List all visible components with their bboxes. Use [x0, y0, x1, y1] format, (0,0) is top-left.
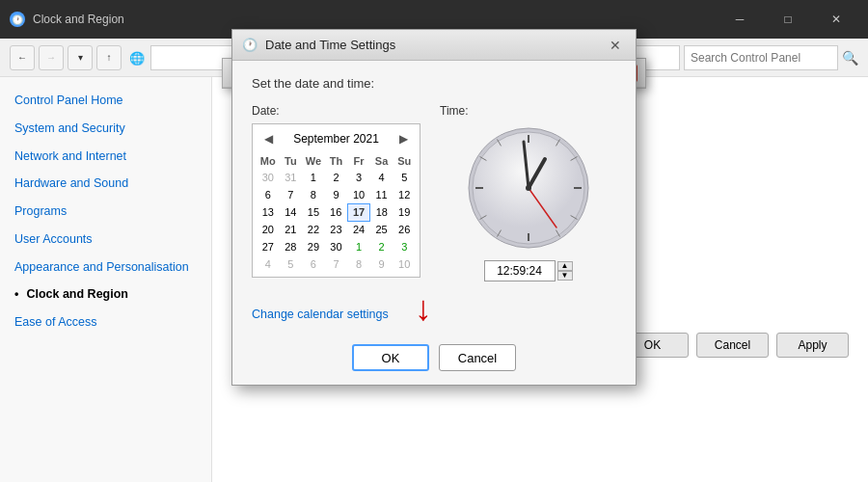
sidebar-item-user-accounts[interactable]: User Accounts — [0, 226, 211, 254]
calendar-day[interactable]: 5 — [280, 255, 303, 273]
time-label: Time: — [440, 104, 469, 118]
calendar-day[interactable]: 5 — [393, 169, 416, 186]
calendar-day[interactable]: 9 — [370, 255, 393, 273]
search-input[interactable] — [684, 45, 838, 70]
calendar-day[interactable]: 10 — [347, 186, 370, 203]
calendar-grid: Mo Tu We Th Fr Sa Su 3031123456789101112… — [257, 153, 416, 273]
calendar-day[interactable]: 8 — [347, 255, 370, 273]
calendar-day[interactable]: 1 — [302, 169, 325, 186]
calendar-day[interactable]: 10 — [393, 255, 416, 273]
calendar-day[interactable]: 27 — [257, 238, 280, 255]
change-calendar-link[interactable]: Change calendar settings — [252, 308, 389, 321]
settings-dialog-footer: ↓ OK Cancel — [232, 336, 636, 385]
calendar-day[interactable]: 2 — [325, 169, 348, 186]
calendar-day[interactable]: 1 — [347, 238, 370, 255]
settings-dialog-titlebar: 🕐 Date and Time Settings ✕ — [232, 30, 636, 61]
sidebar-item-label: User Accounts — [14, 230, 93, 249]
calendar-day[interactable]: 22 — [302, 221, 325, 238]
time-increment-button[interactable]: ▲ — [557, 261, 573, 271]
maximize-button[interactable]: □ — [766, 4, 810, 35]
day-header-th: Th — [325, 153, 348, 169]
sidebar-item-label: Ease of Access — [14, 313, 96, 332]
calendar-day[interactable]: 13 — [257, 203, 280, 221]
calendar-day[interactable]: 15 — [302, 203, 325, 221]
titlebar-controls: ─ □ ✕ — [718, 4, 858, 35]
sidebar-item-label: Programs — [14, 202, 67, 221]
sidebar-item-appearance[interactable]: Appearance and Personalisation — [0, 254, 211, 281]
calendar-day[interactable]: 25 — [370, 221, 393, 238]
time-input[interactable] — [484, 260, 556, 281]
calendar-day[interactable]: 31 — [280, 169, 303, 186]
day-header-fr: Fr — [347, 153, 370, 169]
settings-subtitle: Set the date and time: — [252, 76, 616, 91]
calendar-header: ◀ September 2021 ▶ — [257, 128, 416, 149]
settings-footer: Change calendar settings — [232, 297, 636, 336]
time-decrement-button[interactable]: ▼ — [557, 271, 573, 281]
calendar-day[interactable]: 12 — [393, 186, 416, 203]
time-section: Time: — [440, 104, 616, 281]
sidebar-item-programs[interactable]: Programs — [0, 198, 211, 226]
calendar-prev-button[interactable]: ◀ — [260, 130, 277, 147]
up-button[interactable]: ↑ — [96, 45, 122, 70]
calendar-day[interactable]: 6 — [257, 186, 280, 203]
sidebar-item-label: Control Panel Home — [14, 92, 123, 110]
calendar-day[interactable]: 4 — [370, 169, 393, 186]
calendar-day[interactable]: 23 — [325, 221, 348, 238]
address-icon: 🌐 — [129, 51, 143, 65]
calendar-next-button[interactable]: ▶ — [395, 130, 412, 147]
clock-region-icon: 🕐 — [10, 12, 25, 27]
calendar-day[interactable]: 4 — [257, 255, 280, 273]
outer-apply-button[interactable]: Apply — [776, 333, 849, 358]
search-icon: 🔍 — [842, 50, 858, 66]
calendar-day[interactable]: 8 — [302, 186, 325, 203]
calendar-day[interactable]: 7 — [325, 255, 348, 273]
calendar-day[interactable]: 26 — [393, 221, 416, 238]
calendar-day[interactable]: 2 — [370, 238, 393, 255]
settings-dialog-icon: 🕐 — [242, 38, 258, 52]
calendar-day[interactable]: 20 — [257, 221, 280, 238]
sidebar-item-network-internet[interactable]: Network and Internet — [0, 143, 211, 171]
forward-button[interactable]: → — [39, 45, 64, 70]
svg-point-17 — [526, 185, 531, 191]
calendar-month: September 2021 — [293, 132, 379, 146]
calendar-day[interactable]: 21 — [280, 221, 303, 238]
calendar-day[interactable]: 9 — [325, 186, 348, 203]
calendar: ◀ September 2021 ▶ Mo Tu We Th Fr — [252, 123, 420, 278]
sidebar-item-clock-region[interactable]: Clock and Region — [0, 281, 211, 308]
calendar-day[interactable]: 30 — [325, 238, 348, 255]
day-header-we: We — [302, 153, 325, 169]
settings-dialog-title: Date and Time Settings — [265, 38, 597, 52]
day-header-tu: Tu — [280, 153, 303, 169]
minimize-button[interactable]: ─ — [718, 4, 762, 35]
settings-ok-button[interactable]: OK — [352, 344, 429, 371]
calendar-day[interactable]: 30 — [257, 169, 280, 186]
calendar-day[interactable]: 16 — [325, 203, 348, 221]
calendar-day[interactable]: 17 — [347, 203, 370, 221]
calendar-day[interactable]: 11 — [370, 186, 393, 203]
settings-dialog-close[interactable]: ✕ — [605, 36, 626, 55]
sidebar-item-hardware-sound[interactable]: Hardware and Sound — [0, 170, 211, 198]
sidebar-item-label: Network and Internet — [14, 147, 126, 166]
outer-cancel-button[interactable]: Cancel — [696, 333, 769, 358]
calendar-day[interactable]: 14 — [280, 203, 303, 221]
calendar-day[interactable]: 19 — [393, 203, 416, 221]
calendar-day[interactable]: 6 — [302, 255, 325, 273]
dropdown-button[interactable]: ▾ — [68, 45, 93, 70]
calendar-day[interactable]: 18 — [370, 203, 393, 221]
calendar-day[interactable]: 24 — [347, 221, 370, 238]
settings-cancel-button[interactable]: Cancel — [439, 344, 516, 371]
calendar-day[interactable]: 7 — [280, 186, 303, 203]
sidebar-item-system-security[interactable]: System and Security — [0, 115, 211, 143]
sidebar-item-control-panel-home[interactable]: Control Panel Home — [0, 87, 211, 115]
day-header-su: Su — [393, 153, 416, 169]
calendar-day[interactable]: 29 — [302, 238, 325, 255]
calendar-day[interactable]: 28 — [280, 238, 303, 255]
settings-dialog: 🕐 Date and Time Settings ✕ Set the date … — [231, 29, 637, 386]
back-button[interactable]: ← — [10, 45, 35, 70]
sidebar-item-ease-access[interactable]: Ease of Access — [0, 308, 211, 336]
calendar-day[interactable]: 3 — [347, 169, 370, 186]
sidebar-item-label: Appearance and Personalisation — [14, 258, 189, 277]
close-window-button[interactable]: ✕ — [814, 4, 858, 35]
date-label: Date: — [252, 104, 420, 118]
calendar-day[interactable]: 3 — [393, 238, 416, 255]
